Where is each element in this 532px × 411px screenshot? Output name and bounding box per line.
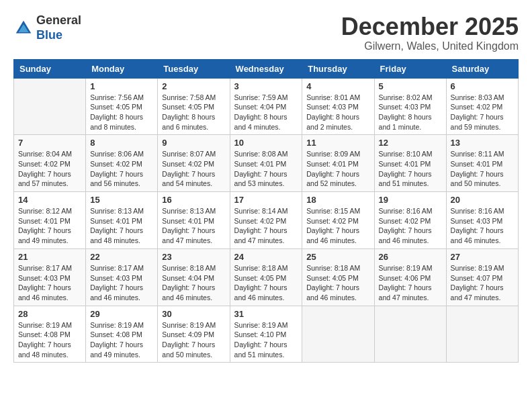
day-number: 28: [18, 309, 81, 319]
day-info: Sunrise: 8:10 AM Sunset: 4:01 PM Dayligh…: [379, 149, 442, 189]
day-info: Sunrise: 8:19 AM Sunset: 4:07 PM Dayligh…: [451, 263, 514, 303]
calendar-table: SundayMondayTuesdayWednesdayThursdayFrid…: [13, 59, 519, 363]
day-info: Sunrise: 8:17 AM Sunset: 4:03 PM Dayligh…: [18, 263, 81, 303]
day-info: Sunrise: 8:17 AM Sunset: 4:03 PM Dayligh…: [90, 263, 153, 303]
day-number: 9: [162, 138, 225, 148]
weekday-header: Thursday: [302, 59, 374, 78]
day-info: Sunrise: 8:18 AM Sunset: 4:05 PM Dayligh…: [306, 263, 369, 303]
day-number: 22: [90, 252, 153, 262]
day-number: 4: [306, 81, 369, 91]
calendar-cell: 6Sunrise: 8:03 AM Sunset: 4:02 PM Daylig…: [446, 78, 518, 135]
calendar-cell: 5Sunrise: 8:02 AM Sunset: 4:03 PM Daylig…: [374, 78, 446, 135]
day-info: Sunrise: 8:14 AM Sunset: 4:02 PM Dayligh…: [234, 206, 298, 246]
logo-text: General Blue: [36, 13, 81, 42]
day-number: 7: [18, 138, 81, 148]
calendar-header-row: SundayMondayTuesdayWednesdayThursdayFrid…: [14, 59, 519, 78]
calendar-cell: [446, 306, 518, 363]
calendar-cell: 22Sunrise: 8:17 AM Sunset: 4:03 PM Dayli…: [86, 248, 158, 306]
day-info: Sunrise: 8:07 AM Sunset: 4:02 PM Dayligh…: [162, 149, 225, 189]
calendar-cell: 24Sunrise: 8:18 AM Sunset: 4:05 PM Dayli…: [230, 248, 302, 306]
day-number: 2: [162, 81, 225, 91]
calendar-cell: 11Sunrise: 8:09 AM Sunset: 4:01 PM Dayli…: [302, 135, 374, 192]
calendar-cell: 23Sunrise: 8:18 AM Sunset: 4:04 PM Dayli…: [158, 248, 230, 306]
day-number: 18: [306, 195, 369, 205]
day-info: Sunrise: 8:19 AM Sunset: 4:09 PM Dayligh…: [162, 320, 225, 360]
day-info: Sunrise: 8:04 AM Sunset: 4:02 PM Dayligh…: [18, 149, 81, 189]
calendar-cell: 20Sunrise: 8:16 AM Sunset: 4:03 PM Dayli…: [446, 192, 518, 249]
day-number: 17: [234, 195, 298, 205]
weekday-header: Monday: [86, 59, 158, 78]
day-info: Sunrise: 8:19 AM Sunset: 4:10 PM Dayligh…: [234, 320, 298, 360]
calendar-cell: 7Sunrise: 8:04 AM Sunset: 4:02 PM Daylig…: [14, 135, 86, 192]
day-info: Sunrise: 7:56 AM Sunset: 4:05 PM Dayligh…: [90, 93, 153, 132]
calendar-cell: 14Sunrise: 8:12 AM Sunset: 4:01 PM Dayli…: [14, 192, 86, 249]
day-info: Sunrise: 8:11 AM Sunset: 4:01 PM Dayligh…: [451, 149, 514, 189]
calendar-week-row: 28Sunrise: 8:19 AM Sunset: 4:08 PM Dayli…: [14, 306, 519, 363]
calendar-cell: [302, 306, 374, 363]
title-area: December 2025 Gilwern, Wales, United Kin…: [341, 13, 519, 52]
day-info: Sunrise: 8:18 AM Sunset: 4:04 PM Dayligh…: [162, 263, 225, 303]
day-number: 5: [379, 81, 442, 91]
day-number: 8: [90, 138, 153, 148]
day-number: 25: [306, 252, 369, 262]
day-number: 10: [234, 138, 298, 148]
calendar-cell: 18Sunrise: 8:15 AM Sunset: 4:02 PM Dayli…: [302, 192, 374, 249]
day-info: Sunrise: 8:08 AM Sunset: 4:01 PM Dayligh…: [234, 149, 298, 189]
weekday-header: Saturday: [446, 59, 518, 78]
calendar-cell: 29Sunrise: 8:19 AM Sunset: 4:08 PM Dayli…: [86, 306, 158, 363]
weekday-header: Sunday: [14, 59, 86, 78]
day-info: Sunrise: 8:06 AM Sunset: 4:02 PM Dayligh…: [90, 149, 153, 189]
day-number: 30: [162, 309, 225, 319]
weekday-header: Tuesday: [158, 59, 230, 78]
calendar-cell: 30Sunrise: 8:19 AM Sunset: 4:09 PM Dayli…: [158, 306, 230, 363]
calendar-cell: 17Sunrise: 8:14 AM Sunset: 4:02 PM Dayli…: [230, 192, 302, 249]
calendar-cell: [14, 78, 86, 135]
day-number: 20: [451, 195, 514, 205]
day-number: 13: [451, 138, 514, 148]
location: Gilwern, Wales, United Kingdom: [341, 40, 519, 52]
calendar-cell: 28Sunrise: 8:19 AM Sunset: 4:08 PM Dayli…: [14, 306, 86, 363]
calendar-cell: 10Sunrise: 8:08 AM Sunset: 4:01 PM Dayli…: [230, 135, 302, 192]
calendar-cell: 31Sunrise: 8:19 AM Sunset: 4:10 PM Dayli…: [230, 306, 302, 363]
calendar-cell: 8Sunrise: 8:06 AM Sunset: 4:02 PM Daylig…: [86, 135, 158, 192]
logo: General Blue: [13, 13, 81, 42]
calendar-week-row: 1Sunrise: 7:56 AM Sunset: 4:05 PM Daylig…: [14, 78, 519, 135]
day-info: Sunrise: 8:16 AM Sunset: 4:03 PM Dayligh…: [451, 206, 514, 246]
calendar-cell: 2Sunrise: 7:58 AM Sunset: 4:05 PM Daylig…: [158, 78, 230, 135]
day-info: Sunrise: 8:15 AM Sunset: 4:02 PM Dayligh…: [306, 206, 369, 246]
day-info: Sunrise: 8:13 AM Sunset: 4:01 PM Dayligh…: [162, 206, 225, 246]
weekday-header: Friday: [374, 59, 446, 78]
day-number: 15: [90, 195, 153, 205]
day-info: Sunrise: 8:19 AM Sunset: 4:08 PM Dayligh…: [18, 320, 81, 360]
calendar-cell: 26Sunrise: 8:19 AM Sunset: 4:06 PM Dayli…: [374, 248, 446, 306]
day-number: 26: [379, 252, 442, 262]
calendar-cell: 12Sunrise: 8:10 AM Sunset: 4:01 PM Dayli…: [374, 135, 446, 192]
day-number: 23: [162, 252, 225, 262]
day-info: Sunrise: 8:09 AM Sunset: 4:01 PM Dayligh…: [306, 149, 369, 189]
day-number: 6: [451, 81, 514, 91]
calendar-cell: 9Sunrise: 8:07 AM Sunset: 4:02 PM Daylig…: [158, 135, 230, 192]
month-title: December 2025: [341, 13, 519, 40]
day-info: Sunrise: 7:59 AM Sunset: 4:04 PM Dayligh…: [234, 93, 298, 132]
day-number: 31: [234, 309, 298, 319]
calendar-cell: 1Sunrise: 7:56 AM Sunset: 4:05 PM Daylig…: [86, 78, 158, 135]
calendar-cell: 13Sunrise: 8:11 AM Sunset: 4:01 PM Dayli…: [446, 135, 518, 192]
day-number: 3: [234, 81, 298, 91]
calendar-cell: 16Sunrise: 8:13 AM Sunset: 4:01 PM Dayli…: [158, 192, 230, 249]
calendar-cell: 4Sunrise: 8:01 AM Sunset: 4:03 PM Daylig…: [302, 78, 374, 135]
day-number: 21: [18, 252, 81, 262]
calendar-cell: 21Sunrise: 8:17 AM Sunset: 4:03 PM Dayli…: [14, 248, 86, 306]
calendar-week-row: 21Sunrise: 8:17 AM Sunset: 4:03 PM Dayli…: [14, 248, 519, 306]
calendar-cell: 15Sunrise: 8:13 AM Sunset: 4:01 PM Dayli…: [86, 192, 158, 249]
page-header: General Blue December 2025 Gilwern, Wale…: [13, 13, 519, 52]
day-info: Sunrise: 7:58 AM Sunset: 4:05 PM Dayligh…: [162, 93, 225, 132]
day-info: Sunrise: 8:19 AM Sunset: 4:08 PM Dayligh…: [90, 320, 153, 360]
day-number: 12: [379, 138, 442, 148]
day-number: 16: [162, 195, 225, 205]
calendar-cell: 27Sunrise: 8:19 AM Sunset: 4:07 PM Dayli…: [446, 248, 518, 306]
day-number: 1: [90, 81, 153, 91]
day-number: 24: [234, 252, 298, 262]
day-number: 29: [90, 309, 153, 319]
calendar-cell: 3Sunrise: 7:59 AM Sunset: 4:04 PM Daylig…: [230, 78, 302, 135]
day-info: Sunrise: 8:13 AM Sunset: 4:01 PM Dayligh…: [90, 206, 153, 246]
